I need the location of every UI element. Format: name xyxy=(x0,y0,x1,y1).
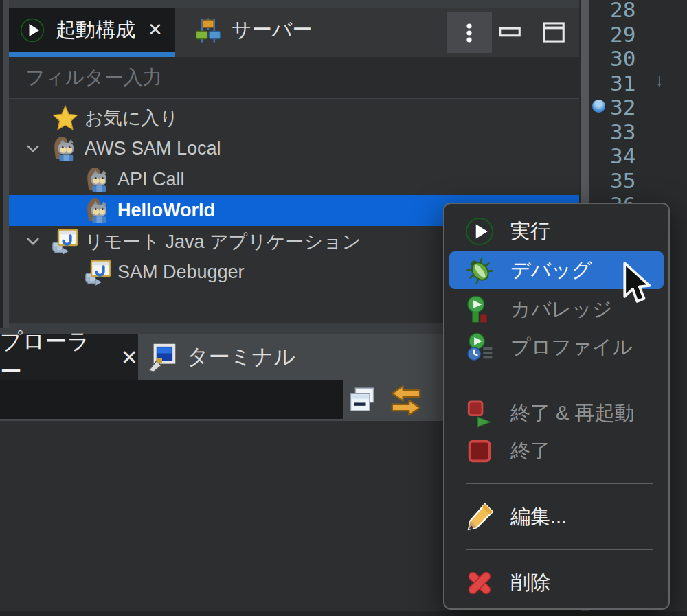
chevron-down-icon[interactable] xyxy=(24,233,42,251)
active-tab-accent xyxy=(9,52,175,57)
terminal-launch-icon xyxy=(147,341,177,373)
tab-explorer[interactable]: プローラー ✕ xyxy=(0,334,138,380)
menu-item-label: 実行 xyxy=(510,218,550,245)
line-number: 29 xyxy=(610,23,635,47)
menu-separator xyxy=(466,549,653,550)
menu-item-delete[interactable]: 削除 xyxy=(444,564,668,602)
ide-workspace: 28 29 30 31 32 33 34 35 36 ↓ 起動構成 ✕ サーバー xyxy=(0,0,687,616)
line-number: 30 xyxy=(610,47,635,71)
scroll-down-icon: ↓ xyxy=(655,69,664,91)
line-number: 31 xyxy=(610,71,635,96)
cursor-pointer-icon xyxy=(617,261,654,306)
tree-item-label: HelloWorld xyxy=(117,200,215,221)
tab-terminal[interactable]: ターミナル xyxy=(142,334,295,380)
tree-item-label: SAM Debugger xyxy=(117,262,245,283)
menu-item-terminate: 終了 xyxy=(444,432,668,470)
sam-squirrel-icon xyxy=(85,166,112,194)
view-menu-button[interactable] xyxy=(447,12,492,53)
menu-item-label: 終了 xyxy=(510,437,550,465)
run-icon xyxy=(20,18,45,43)
debug-bug-icon xyxy=(465,256,494,285)
menu-item-edit[interactable]: 編集... xyxy=(444,498,668,536)
tree-item-favorites[interactable]: お気に入り xyxy=(9,102,579,133)
tab-label: サーバー xyxy=(232,16,312,44)
swap-arrows-icon[interactable] xyxy=(383,385,429,416)
line-number: 28 xyxy=(610,0,635,23)
menu-item-label: カバレッジ xyxy=(510,296,612,323)
edit-pencil-icon xyxy=(465,503,494,532)
sam-squirrel-icon xyxy=(85,197,112,225)
menu-item-terminate-relaunch: 終了 & 再起動 xyxy=(444,394,668,432)
terminate-relaunch-icon xyxy=(465,399,494,428)
explorer-search-box[interactable] xyxy=(0,380,344,419)
profile-icon xyxy=(465,333,494,362)
tree-item-api-call[interactable]: API Call xyxy=(9,164,579,195)
chevron-down-icon[interactable] xyxy=(24,140,42,158)
menu-item-profile: プロファイル xyxy=(444,328,668,366)
coverage-icon xyxy=(465,295,494,324)
delete-x-icon xyxy=(465,569,494,597)
tab-label: プローラー xyxy=(0,327,102,387)
collapse-all-icon[interactable] xyxy=(347,385,377,416)
menu-separator xyxy=(466,483,653,484)
menu-item-label: 編集... xyxy=(510,503,567,531)
view-tabbar: 起動構成 ✕ サーバー xyxy=(9,8,579,57)
tab-label: ターミナル xyxy=(187,343,295,372)
java-app-icon xyxy=(52,228,79,255)
tree-item-label: お気に入り xyxy=(85,106,179,130)
terminate-icon xyxy=(465,437,494,466)
menu-item-label: デバッグ xyxy=(510,257,592,284)
line-number: 35 xyxy=(610,169,635,194)
star-icon xyxy=(52,104,79,132)
line-number: 33 xyxy=(610,120,635,145)
menu-item-label: プロファイル xyxy=(510,334,633,361)
line-number-gutter: 28 29 30 31 32 33 34 35 36 xyxy=(610,0,635,218)
tree-item-label: API Call xyxy=(117,169,185,190)
menu-item-run[interactable]: 実行 xyxy=(444,212,668,250)
filter-row xyxy=(9,57,579,99)
tree-item-label: リモート Java アプリケーション xyxy=(85,229,361,254)
panel-sash[interactable] xyxy=(0,0,9,328)
run-icon xyxy=(465,217,494,246)
menu-item-label: 終了 & 再起動 xyxy=(510,400,634,427)
close-icon[interactable]: ✕ xyxy=(121,345,138,369)
maximize-icon[interactable] xyxy=(541,19,567,45)
kebab-menu-icon xyxy=(458,19,480,47)
tab-servers[interactable]: サーバー xyxy=(186,8,312,52)
tab-label: 起動構成 xyxy=(56,16,135,44)
filter-input[interactable] xyxy=(9,66,552,89)
breakpoint-icon[interactable] xyxy=(592,100,605,113)
tree-item-aws-sam-local[interactable]: AWS SAM Local xyxy=(9,133,579,164)
tree-item-label: AWS SAM Local xyxy=(85,138,221,159)
minimize-icon[interactable] xyxy=(497,19,523,45)
line-number: 32 xyxy=(610,95,635,120)
tab-launch-configurations[interactable]: 起動構成 ✕ xyxy=(9,8,175,52)
line-number: 34 xyxy=(610,144,635,169)
menu-item-label: 削除 xyxy=(510,569,550,597)
menu-separator xyxy=(466,380,653,380)
bottom-edge xyxy=(0,611,687,616)
sam-squirrel-icon xyxy=(52,135,79,163)
java-app-icon xyxy=(85,259,112,286)
close-icon[interactable]: ✕ xyxy=(148,19,163,41)
servers-icon xyxy=(194,16,222,44)
